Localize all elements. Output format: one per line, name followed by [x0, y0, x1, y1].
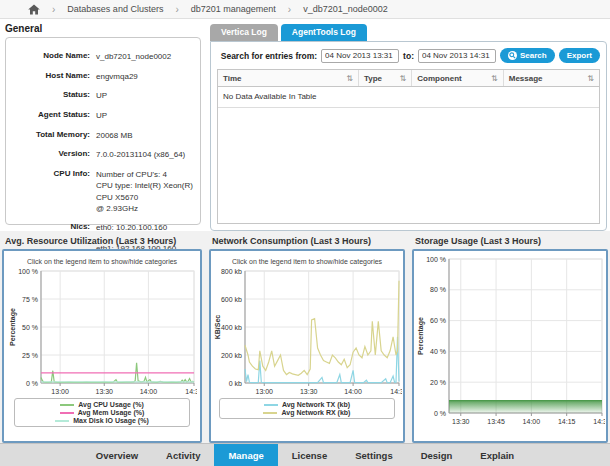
column-label: Type	[364, 74, 382, 83]
legend-item[interactable]: Avg Network RX (kb)	[263, 409, 350, 416]
footer-tab-license[interactable]: License	[278, 444, 341, 466]
chart-plot: 13:0013:3014:0014:310 %25 %50 %75 %100 %…	[7, 265, 197, 397]
svg-text:400 kb: 400 kb	[221, 324, 242, 331]
breadcrumb: › Databases and Clusters › db7201 manage…	[0, 0, 610, 19]
svg-text:14:00: 14:00	[344, 388, 362, 395]
footer-tab-manage[interactable]: Manage	[214, 444, 277, 466]
column-label: Time	[223, 74, 242, 83]
log-table: Time⇅Type⇅Component⇅Message⇅ No Data Ava…	[217, 69, 600, 224]
breadcrumb-item-databases-and-clusters[interactable]: Databases and Clusters	[67, 4, 163, 14]
svg-text:20 %: 20 %	[430, 379, 446, 386]
sort-icon: ⇅	[400, 74, 407, 83]
general-row-label: Status:	[10, 90, 96, 101]
column-header-type[interactable]: Type⇅	[359, 70, 412, 86]
general-row: Total Memory:20068 MB	[10, 130, 196, 141]
general-row-value: 7.0.0-20131104 (x86_64)	[96, 149, 185, 160]
svg-text:14:00: 14:00	[523, 418, 541, 425]
legend-swatch	[55, 420, 69, 422]
charts-row: Avg. Resource Utilization (Last 3 Hours)…	[0, 231, 610, 443]
log-from-input[interactable]	[321, 49, 399, 63]
svg-text:0 kb: 0 kb	[229, 380, 242, 387]
search-button-label: Search	[520, 51, 547, 60]
legend-swatch	[60, 404, 74, 406]
resource-utilization-chart: Click on the legend item to show/hide ca…	[2, 249, 202, 443]
column-label: Component	[417, 74, 461, 83]
svg-text:KB/Sec: KB/Sec	[214, 315, 221, 340]
chart-title: Storage Usage (Last 3 Hours)	[415, 236, 608, 246]
general-section: General Node Name:v_db7201_node0002Host …	[0, 19, 206, 231]
export-button-label: Export	[567, 51, 592, 60]
breadcrumb-item-db-management[interactable]: db7201 management	[191, 4, 276, 14]
general-row-label: Agent Status:	[10, 110, 96, 121]
log-to-input[interactable]	[418, 49, 496, 63]
svg-text:25 %: 25 %	[22, 352, 38, 359]
legend-item[interactable]: Max Disk IO Usage (%)	[55, 417, 148, 424]
home-icon[interactable]	[28, 4, 40, 15]
general-row-label: Host Name:	[10, 71, 96, 82]
export-button[interactable]: Export	[559, 48, 600, 63]
svg-text:100 %: 100 %	[426, 256, 446, 263]
legend-item[interactable]: Avg CPU Usage (%)	[60, 401, 143, 408]
svg-text:13:30: 13:30	[300, 388, 318, 395]
general-row-value: UP	[96, 90, 107, 101]
general-row: Agent Status:UP	[10, 110, 196, 121]
general-row: Node Name:v_db7201_node0002	[10, 51, 196, 62]
svg-text:100 %: 100 %	[18, 268, 38, 275]
legend-label: Avg Network TX (kb)	[282, 401, 350, 408]
chart-resource-utilization: Avg. Resource Utilization (Last 3 Hours)…	[2, 236, 202, 443]
svg-text:14:31: 14:31	[185, 388, 197, 395]
general-row: Host Name:engvmqa29	[10, 71, 196, 82]
svg-text:600 kb: 600 kb	[221, 296, 242, 303]
general-row-label: Node Name:	[10, 51, 96, 62]
svg-text:75 %: 75 %	[22, 296, 38, 303]
log-tabs: Vertica Log AgentTools Log	[210, 24, 607, 41]
footer-tab-design[interactable]: Design	[407, 444, 467, 466]
general-row: Version:7.0.0-20131104 (x86_64)	[10, 149, 196, 160]
svg-text:60 %: 60 %	[430, 317, 446, 324]
legend-swatch	[60, 412, 74, 414]
log-section: Vertica Log AgentTools Log Search for en…	[206, 19, 610, 231]
chart-plot: 13:0013:3014:0014:310 kb200 kb400 kb600 …	[212, 265, 402, 397]
chart-network-consumption: Network Consumption (Last 3 Hours) Click…	[209, 236, 405, 443]
breadcrumb-item-node[interactable]: v_db7201_node0002	[303, 4, 388, 14]
general-row-value: v_db7201_node0002	[96, 51, 171, 62]
svg-text:50 %: 50 %	[22, 324, 38, 331]
footer-tab-bar: OverviewActivityManageLicenseSettingsDes…	[0, 443, 610, 466]
svg-text:Percentage: Percentage	[9, 308, 17, 346]
legend-item[interactable]: Avg Mem Usage (%)	[60, 409, 145, 416]
legend-label: Avg CPU Usage (%)	[78, 401, 143, 408]
tab-agenttools-log[interactable]: AgentTools Log	[281, 24, 367, 41]
svg-text:13:30: 13:30	[452, 418, 470, 425]
footer-tab-activity[interactable]: Activity	[152, 444, 214, 466]
svg-text:14:30: 14:30	[593, 418, 605, 425]
search-button[interactable]: Search	[500, 48, 555, 63]
svg-text:14:15: 14:15	[558, 418, 576, 425]
svg-text:14:31: 14:31	[390, 388, 402, 395]
legend-item[interactable]: Avg Network TX (kb)	[264, 401, 350, 408]
general-row-value: UP	[96, 110, 107, 121]
svg-text:13:00: 13:00	[51, 388, 69, 395]
column-header-time[interactable]: Time⇅	[218, 70, 359, 86]
legend-label: Avg Network RX (kb)	[281, 409, 350, 416]
storage-usage-chart: 13:3013:4514:0014:1514:300 %20 %40 %60 %…	[412, 249, 608, 443]
footer-tab-explain[interactable]: Explain	[466, 444, 528, 466]
general-row-value: engvmqa29	[96, 71, 138, 82]
footer-tab-overview[interactable]: Overview	[82, 444, 152, 466]
main-content: General Node Name:v_db7201_node0002Host …	[0, 19, 610, 231]
chart-title: Avg. Resource Utilization (Last 3 Hours)	[5, 236, 202, 246]
chart-subtitle: Click on the legend item to show/hide ca…	[27, 258, 177, 265]
general-row-label: CPU Info:	[10, 169, 96, 214]
general-row: Status:UP	[10, 90, 196, 101]
search-entries-label: Search for entries from:	[221, 51, 317, 61]
general-info-box: Node Name:v_db7201_node0002Host Name:eng…	[5, 37, 201, 225]
svg-text:13:00: 13:00	[255, 388, 273, 395]
chevron-right-icon: ›	[175, 4, 178, 15]
general-section-title: General	[5, 23, 206, 34]
footer-tab-settings[interactable]: Settings	[341, 444, 406, 466]
column-header-component[interactable]: Component⇅	[412, 70, 503, 86]
legend-label: Avg Mem Usage (%)	[78, 409, 145, 416]
general-row-label: Version:	[10, 149, 96, 160]
column-header-message[interactable]: Message⇅	[504, 70, 599, 86]
tab-vertica-log[interactable]: Vertica Log	[210, 24, 278, 41]
table-empty-message: No Data Available In Table	[218, 87, 599, 108]
